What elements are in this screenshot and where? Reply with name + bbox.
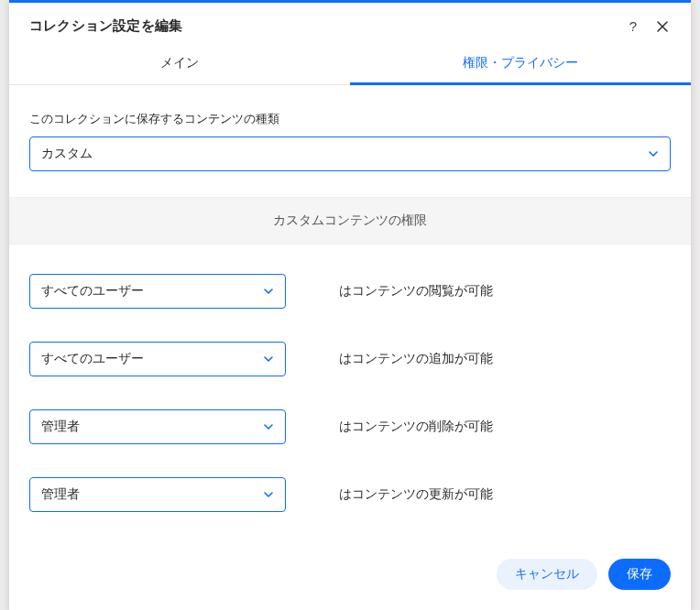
- permission-desc: はコンテンツの削除が可能: [339, 419, 493, 435]
- modal-title: コレクション設定を編集: [29, 17, 182, 35]
- chevron-down-icon: [263, 286, 274, 297]
- edit-collection-settings-modal: コレクション設定を編集 ? メイン 権限・プライバシー このコレクションに保存す…: [9, 0, 691, 610]
- help-icon[interactable]: ?: [625, 18, 641, 35]
- tab-permissions[interactable]: 権限・プライバシー: [350, 44, 691, 84]
- permission-role-select-update[interactable]: 管理者: [29, 477, 286, 512]
- modal-footer: キャンセル 保存: [9, 544, 691, 610]
- permission-desc: はコンテンツの追加が可能: [339, 351, 493, 367]
- permission-row: 管理者 はコンテンツの削除が可能: [29, 393, 671, 461]
- chevron-down-icon: [263, 354, 274, 365]
- close-icon[interactable]: [654, 18, 671, 35]
- permission-role-select-view[interactable]: すべてのユーザー: [29, 274, 286, 309]
- chevron-down-icon: [263, 489, 274, 500]
- chevron-down-icon: [648, 148, 659, 159]
- permission-role-value: 管理者: [41, 419, 80, 435]
- permission-role-select-delete[interactable]: 管理者: [29, 409, 286, 444]
- permission-desc: はコンテンツの更新が可能: [339, 486, 493, 503]
- permission-role-value: 管理者: [41, 486, 80, 503]
- tabs: メイン 権限・プライバシー: [9, 44, 691, 85]
- permission-row: すべてのユーザー はコンテンツの追加が可能: [29, 325, 671, 393]
- modal-body: このコレクションに保存するコンテンツの種類 カスタム カスタムコンテンツの権限 …: [9, 85, 691, 544]
- tab-main[interactable]: メイン: [9, 44, 350, 84]
- content-type-section: このコレクションに保存するコンテンツの種類 カスタム: [9, 85, 691, 180]
- permission-desc: はコンテンツの閲覧が可能: [339, 283, 493, 300]
- permission-role-value: すべてのユーザー: [41, 351, 144, 367]
- modal-header: コレクション設定を編集 ?: [9, 3, 691, 44]
- permission-role-value: すべてのユーザー: [41, 283, 144, 300]
- permission-row: すべてのユーザー はコンテンツの閲覧が可能: [29, 257, 671, 325]
- permissions-section-header: カスタムコンテンツの権限: [9, 197, 691, 245]
- cancel-button[interactable]: キャンセル: [497, 559, 597, 590]
- permissions-list: すべてのユーザー はコンテンツの閲覧が可能 すべてのユーザー はコンテンツの追加…: [9, 245, 691, 538]
- content-type-select[interactable]: カスタム: [29, 136, 671, 171]
- content-type-label: このコレクションに保存するコンテンツの種類: [29, 111, 671, 127]
- modal-header-actions: ?: [625, 18, 671, 35]
- permission-role-select-add[interactable]: すべてのユーザー: [29, 342, 286, 376]
- chevron-down-icon: [263, 421, 274, 432]
- save-button[interactable]: 保存: [608, 559, 671, 590]
- permission-row: 管理者 はコンテンツの更新が可能: [29, 461, 671, 528]
- content-type-value: カスタム: [41, 146, 93, 162]
